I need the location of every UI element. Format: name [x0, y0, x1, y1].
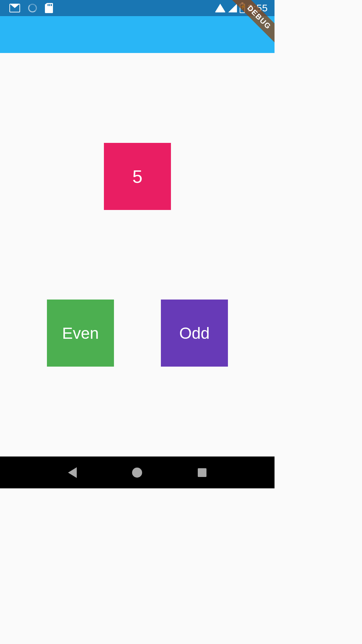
draggable-number-label: 5	[132, 166, 142, 187]
nav-recent-button[interactable]	[198, 468, 206, 477]
status-left-icons	[9, 3, 53, 13]
loading-icon	[28, 4, 37, 12]
wifi-icon	[215, 4, 226, 12]
nav-back-button[interactable]	[68, 467, 77, 478]
navigation-bar	[0, 457, 275, 488]
signal-icon	[228, 4, 237, 12]
app-bar	[0, 16, 275, 53]
odd-drop-target[interactable]: Odd	[161, 300, 228, 367]
even-target-label: Even	[62, 324, 99, 342]
sd-card-icon	[45, 3, 53, 13]
draggable-number-box[interactable]: 5	[104, 143, 171, 210]
even-drop-target[interactable]: Even	[47, 300, 114, 367]
main-content: 5 Even Odd	[0, 53, 275, 457]
nav-home-button[interactable]	[132, 468, 142, 478]
status-bar: 2:55	[0, 0, 275, 16]
odd-target-label: Odd	[179, 324, 210, 342]
gmail-icon	[9, 4, 20, 12]
